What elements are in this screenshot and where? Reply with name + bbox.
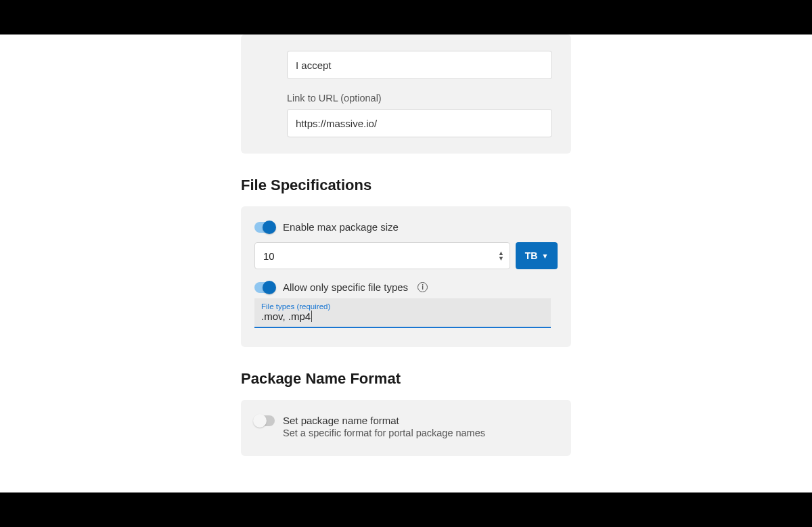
number-stepper[interactable]: ▲ ▼	[498, 250, 507, 261]
info-icon[interactable]: i	[418, 282, 428, 292]
file-types-input[interactable]: File types (required) .mov, .mp4	[254, 298, 551, 328]
window-bottombar	[0, 492, 812, 527]
file-types-value: .mov, .mp4	[261, 311, 312, 322]
allow-specific-file-types-toggle[interactable]	[254, 282, 275, 293]
package-name-format-title: Package Name Format	[241, 370, 571, 388]
enable-max-package-size-toggle[interactable]	[254, 222, 275, 233]
link-url-value: https://massive.io/	[296, 118, 377, 129]
set-package-name-format-desc: Set a specific format for portal package…	[283, 428, 558, 438]
file-types-floating-label: File types (required)	[261, 302, 544, 311]
accept-text-input[interactable]: I accept	[287, 51, 552, 79]
file-specifications-panel: Enable max package size 10 ▲ ▼ TB ▼	[241, 206, 571, 347]
accept-text-value: I accept	[296, 60, 332, 71]
unit-select-label: TB	[525, 250, 538, 261]
stepper-down-icon[interactable]: ▼	[498, 256, 504, 261]
link-url-input[interactable]: https://massive.io/	[287, 109, 552, 137]
file-specifications-title: File Specifications	[241, 177, 571, 194]
allow-specific-file-types-label: Allow only specific file types	[283, 281, 408, 293]
set-package-name-format-toggle[interactable]	[254, 415, 275, 426]
enable-max-package-size-label: Enable max package size	[283, 221, 399, 233]
acceptance-panel: I accept Link to URL (optional) https://…	[241, 35, 571, 154]
unit-select-button[interactable]: TB ▼	[516, 242, 558, 269]
max-package-size-value: 10	[263, 250, 275, 262]
set-package-name-format-label: Set package name format	[283, 415, 399, 426]
max-package-size-input[interactable]: 10 ▲ ▼	[254, 242, 510, 269]
window-topbar	[0, 0, 812, 35]
caret-down-icon: ▼	[541, 252, 548, 260]
link-url-label: Link to URL (optional)	[287, 93, 558, 104]
package-name-format-panel: Set package name format Set a specific f…	[241, 400, 571, 456]
content-area: I accept Link to URL (optional) https://…	[0, 35, 812, 492]
